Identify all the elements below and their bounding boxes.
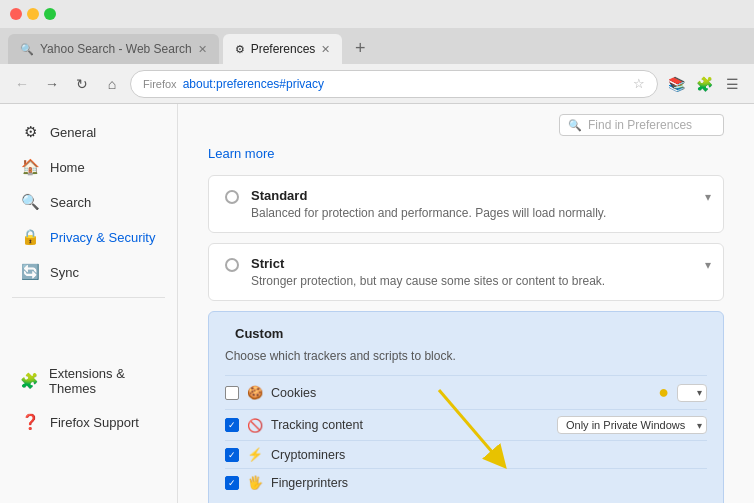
sidebar-item-home-label: Home — [50, 160, 85, 175]
strict-chevron: ▾ — [705, 258, 711, 272]
sidebar-item-extensions-label: Extensions & Themes — [49, 366, 157, 396]
strict-option[interactable]: Strict Stronger protection, but may caus… — [208, 243, 724, 301]
menu-icon[interactable]: ☰ — [720, 72, 744, 96]
fingerprinters-row: ✓ 🖐 Fingerprinters — [225, 468, 707, 496]
sidebar-separator — [12, 297, 165, 298]
tracking-row: ✓ 🚫 Tracking content Only in Private Win… — [225, 409, 707, 440]
new-tab-button[interactable]: + — [346, 34, 374, 62]
find-placeholder: Find in Preferences — [588, 118, 692, 132]
browser-body: ⚙ General 🏠 Home 🔍 Search 🔒 Privacy & Se… — [0, 104, 754, 503]
sync-icon: 🔄 — [20, 263, 40, 281]
reload-button[interactable]: ↻ — [70, 72, 94, 96]
custom-title: Custom — [235, 326, 283, 341]
toolbar-icons: 📚 🧩 ☰ — [664, 72, 744, 96]
nav-bar: ← → ↻ ⌂ Firefox about:preferences#privac… — [0, 64, 754, 104]
tab-yahoo-close[interactable]: ✕ — [198, 43, 207, 56]
strict-title: Strict — [251, 256, 605, 271]
title-bar — [0, 0, 754, 28]
cryptominers-checkbox[interactable]: ✓ — [225, 448, 239, 462]
bookmark-star[interactable]: ☆ — [633, 76, 645, 91]
standard-chevron: ▾ — [705, 190, 711, 204]
maximize-button[interactable] — [44, 8, 56, 20]
fingerprinters-icon: 🖐 — [247, 475, 263, 490]
cookies-row: 🍪 Cookies ● — [225, 375, 707, 409]
tracking-select[interactable]: Only in Private Windows — [557, 416, 707, 434]
standard-content: Standard Balanced for protection and per… — [251, 188, 606, 220]
firefox-label: Firefox — [143, 78, 177, 90]
find-preferences-bar[interactable]: 🔍 Find in Preferences — [559, 114, 724, 136]
tab-prefs-favicon: ⚙ — [235, 43, 245, 56]
strict-radio[interactable] — [225, 258, 239, 272]
standard-option[interactable]: Standard Balanced for protection and per… — [208, 175, 724, 233]
cryptominers-icon: ⚡ — [247, 447, 263, 462]
cookies-label: Cookies — [271, 386, 650, 400]
forward-button[interactable]: → — [40, 72, 64, 96]
sidebar-item-general[interactable]: ⚙ General — [4, 115, 173, 149]
cookies-icon: 🍪 — [247, 385, 263, 400]
general-icon: ⚙ — [20, 123, 40, 141]
sidebar-item-sync[interactable]: 🔄 Sync — [4, 255, 173, 289]
home-button[interactable]: ⌂ — [100, 72, 124, 96]
cookies-checkbox[interactable] — [225, 386, 239, 400]
sidebar-item-home[interactable]: 🏠 Home — [4, 150, 173, 184]
tab-yahoo[interactable]: 🔍 Yahoo Search - Web Search ✕ — [8, 34, 219, 64]
find-icon: 🔍 — [568, 119, 582, 132]
cryptominers-label: Cryptominers — [271, 448, 707, 462]
custom-block: Custom Choose which trackers and scripts… — [208, 311, 724, 503]
cookies-select[interactable] — [677, 384, 707, 402]
extensions-icon[interactable]: 🧩 — [692, 72, 716, 96]
tab-yahoo-label: Yahoo Search - Web Search — [40, 42, 192, 56]
privacy-icon: 🔒 — [20, 228, 40, 246]
address-text: about:preferences#privacy — [183, 77, 627, 91]
standard-desc: Balanced for protection and performance.… — [251, 206, 606, 220]
strict-content: Strict Stronger protection, but may caus… — [251, 256, 605, 288]
home-icon: 🏠 — [20, 158, 40, 176]
cryptominers-row: ✓ ⚡ Cryptominers — [225, 440, 707, 468]
sidebar: ⚙ General 🏠 Home 🔍 Search 🔒 Privacy & Se… — [0, 104, 178, 503]
address-bar[interactable]: Firefox about:preferences#privacy ☆ — [130, 70, 658, 98]
tracking-icon: 🚫 — [247, 418, 263, 433]
fingerprinters-label: Fingerprinters — [271, 476, 707, 490]
tab-prefs-close[interactable]: ✕ — [321, 43, 330, 56]
fingerprinters-checkbox[interactable]: ✓ — [225, 476, 239, 490]
sidebar-item-extensions[interactable]: 🧩 Extensions & Themes — [4, 358, 173, 404]
traffic-lights — [10, 8, 56, 20]
sidebar-item-search[interactable]: 🔍 Search — [4, 185, 173, 219]
sidebar-item-sync-label: Sync — [50, 265, 79, 280]
sidebar-item-support[interactable]: ❓ Firefox Support — [4, 405, 173, 439]
standard-title: Standard — [251, 188, 606, 203]
sidebar-item-privacy[interactable]: 🔒 Privacy & Security — [4, 220, 173, 254]
cookies-select-wrapper — [677, 384, 707, 402]
strict-desc: Stronger protection, but may cause some … — [251, 274, 605, 288]
sidebar-item-general-label: General — [50, 125, 96, 140]
standard-radio[interactable] — [225, 190, 239, 204]
back-button[interactable]: ← — [10, 72, 34, 96]
support-icon: ❓ — [20, 413, 40, 431]
learn-more-link[interactable]: Learn more — [208, 146, 724, 161]
search-icon: 🔍 — [20, 193, 40, 211]
tab-yahoo-favicon: 🔍 — [20, 43, 34, 56]
content-area: 🔍 Find in Preferences Learn more Standar… — [178, 104, 754, 503]
extensions-themes-icon: 🧩 — [20, 372, 39, 390]
custom-desc: Choose which trackers and scripts to blo… — [225, 349, 707, 363]
tab-prefs-label: Preferences — [251, 42, 316, 56]
tracking-checkbox[interactable]: ✓ — [225, 418, 239, 432]
sidebar-item-support-label: Firefox Support — [50, 415, 139, 430]
tab-prefs[interactable]: ⚙ Preferences ✕ — [223, 34, 343, 64]
cookies-arrow-indicator: ● — [658, 382, 669, 403]
find-bar-container: 🔍 Find in Preferences — [208, 114, 724, 136]
tracking-label: Tracking content — [271, 418, 549, 432]
tracking-select-wrapper: Only in Private Windows — [557, 416, 707, 434]
sidebar-item-privacy-label: Privacy & Security — [50, 230, 155, 245]
minimize-button[interactable] — [27, 8, 39, 20]
library-icon[interactable]: 📚 — [664, 72, 688, 96]
sidebar-item-search-label: Search — [50, 195, 91, 210]
tab-bar: 🔍 Yahoo Search - Web Search ✕ ⚙ Preferen… — [0, 28, 754, 64]
custom-header: Custom — [225, 326, 707, 341]
close-button[interactable] — [10, 8, 22, 20]
